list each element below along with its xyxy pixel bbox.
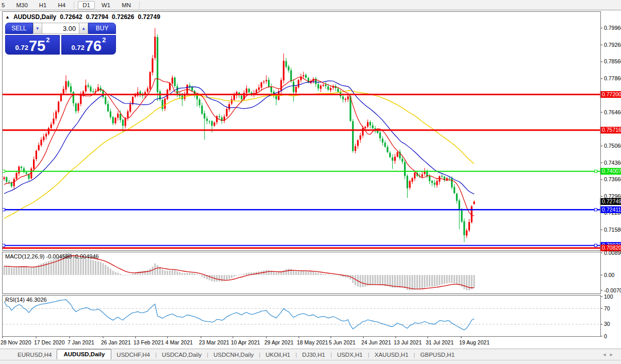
svg-text:0.75060: 0.75060 — [604, 143, 621, 149]
tf-button-h4[interactable]: H4 — [53, 1, 70, 9]
tab-dj30-h1[interactable]: DJ30,H1 — [297, 351, 330, 359]
svg-text:18 May 2021: 18 May 2021 — [297, 339, 328, 345]
svg-text:0.74360: 0.74360 — [604, 160, 621, 166]
tf-button-h1[interactable]: H1 — [35, 1, 52, 9]
svg-text:0.73660: 0.73660 — [604, 176, 621, 182]
buy-price-big: 76 — [85, 39, 102, 53]
volume-input[interactable]: 3.00 — [42, 23, 79, 34]
sell-button[interactable]: SELL — [5, 23, 33, 34]
tab-usdchf-h4[interactable]: USDCHF,H4 — [111, 351, 155, 359]
collapse-icon[interactable]: ▲ — [5, 14, 10, 20]
svg-text:0.77860: 0.77860 — [604, 75, 621, 81]
volume-increase-button[interactable]: ▲ — [79, 23, 88, 34]
svg-text:100: 100 — [604, 293, 613, 300]
sell-price-box[interactable]: 0.72 75 2 — [5, 35, 60, 55]
svg-text:0.79960: 0.79960 — [604, 25, 621, 31]
tab-gbpusd-h1[interactable]: GBPUSD,H1 — [415, 351, 460, 359]
tf-button-w1[interactable]: W1 — [97, 1, 115, 9]
svg-text:0.78560: 0.78560 — [604, 58, 621, 64]
svg-text:0.76460: 0.76460 — [604, 109, 621, 115]
chart-canvas: 0.799600.792600.785600.778600.764600.750… — [0, 10, 621, 349]
buy-price-box[interactable]: 0.72 76 2 — [61, 35, 116, 55]
svg-text:0: 0 — [604, 333, 607, 339]
one-click-trading-panel: SELL ▼ 3.00 ▲ BUY 0.72 75 2 0.72 76 2 — [5, 23, 116, 55]
hline-handle[interactable] — [595, 170, 597, 172]
svg-text:5 Jun 2021: 5 Jun 2021 — [329, 339, 356, 345]
low-value: 0.72626 — [112, 13, 134, 21]
status-strip — [0, 360, 621, 364]
tf-button-d1[interactable]: D1 — [78, 1, 95, 9]
svg-text:-0.00701: -0.00701 — [604, 287, 621, 293]
chart-tab-bar: EURUSD,H4AUDUSD,DailyUSDCHF,H4|USDCAD,Da… — [0, 349, 621, 360]
symbol-period-label: AUDUSD,Daily — [13, 13, 56, 21]
svg-text:0.00: 0.00 — [604, 272, 615, 278]
hline-handle[interactable] — [595, 244, 597, 247]
hline-handle[interactable] — [3, 170, 5, 172]
hline-handle[interactable] — [3, 244, 5, 247]
tab-ukoil-h1[interactable]: UKOil,H1 — [260, 351, 295, 359]
svg-text:0.79260: 0.79260 — [604, 42, 621, 48]
tab-eurusd-h4[interactable]: EURUSD,H4 — [12, 351, 57, 359]
svg-text:23 Mar 2021: 23 Mar 2021 — [199, 339, 229, 345]
tab-usdcad-daily[interactable]: USDCAD,Daily — [157, 351, 207, 359]
chart-ohlc-header: ▲ AUDUSD,Daily 0.72642 0.72794 0.72626 0… — [5, 13, 160, 21]
sell-price-big: 75 — [29, 39, 45, 53]
timeframe-toolbar: 5M30H1H4D1W1MN — [0, 0, 621, 10]
svg-text:29 Apr 2021: 29 Apr 2021 — [264, 339, 294, 345]
svg-text:28 Nov 2020: 28 Nov 2020 — [1, 339, 31, 345]
tab-xauusd-h1[interactable]: XAUUSD,H1 — [370, 351, 414, 359]
hline-handle[interactable] — [595, 209, 597, 211]
hline-handle[interactable] — [3, 209, 5, 211]
sell-price-sup: 2 — [46, 36, 49, 44]
svg-text:0.72411: 0.72411 — [602, 206, 621, 213]
buy-price-sup: 2 — [102, 36, 106, 44]
buy-price-small: 0.72 — [72, 44, 85, 51]
svg-text:26 Jan 2021: 26 Jan 2021 — [101, 339, 131, 345]
tf-button-5[interactable]: 5 — [0, 1, 9, 9]
open-value: 0.72642 — [60, 13, 82, 21]
svg-text:0.71580: 0.71580 — [604, 227, 621, 233]
svg-text:10 Apr 2021: 10 Apr 2021 — [231, 339, 260, 345]
svg-text:0.008904: 0.008904 — [604, 250, 621, 256]
sell-price-small: 0.72 — [15, 44, 28, 51]
svg-text:17 Dec 2020: 17 Dec 2020 — [34, 339, 65, 345]
svg-text:0.77200: 0.77200 — [602, 91, 621, 97]
svg-text:0.74007: 0.74007 — [602, 168, 621, 174]
rsi-label: RSI(14) 46.3026 — [5, 297, 47, 303]
tab-usdx-h1[interactable]: USDX,H1 — [332, 351, 368, 359]
tab-scroll-arrows[interactable]: ◂▸ — [603, 351, 617, 358]
tab-audusd-daily[interactable]: AUDUSD,Daily — [57, 349, 111, 359]
tf-button-m30[interactable]: M30 — [11, 1, 32, 9]
tab-usdcnh-daily[interactable]: USDCNH,Daily — [208, 351, 259, 359]
svg-text:70: 70 — [604, 305, 610, 311]
svg-text:13 Feb 2021: 13 Feb 2021 — [133, 339, 164, 345]
toolbar-separator — [74, 2, 74, 9]
svg-text:0.72749: 0.72749 — [602, 198, 621, 204]
svg-text:30: 30 — [604, 321, 610, 327]
svg-text:4 Mar 2021: 4 Mar 2021 — [165, 339, 193, 345]
svg-text:31 Jul 2021: 31 Jul 2021 — [426, 339, 454, 345]
svg-text:0.75716: 0.75716 — [602, 127, 621, 133]
close-value: 0.72749 — [138, 13, 160, 21]
svg-text:24 Jun 2021: 24 Jun 2021 — [361, 339, 391, 345]
buy-button[interactable]: BUY — [88, 23, 116, 34]
svg-text:7 Jan 2021: 7 Jan 2021 — [68, 339, 94, 345]
svg-text:13 Jul 2021: 13 Jul 2021 — [394, 339, 422, 345]
svg-text:19 Aug 2021: 19 Aug 2021 — [459, 339, 490, 345]
tf-button-mn[interactable]: MN — [117, 1, 136, 9]
macd-label: MACD(12,26,9) -0.004580 -0.004946 — [5, 253, 99, 259]
high-value: 0.72794 — [86, 13, 108, 21]
toolbar-separator — [139, 2, 140, 9]
volume-decrease-button[interactable]: ▼ — [33, 23, 42, 34]
